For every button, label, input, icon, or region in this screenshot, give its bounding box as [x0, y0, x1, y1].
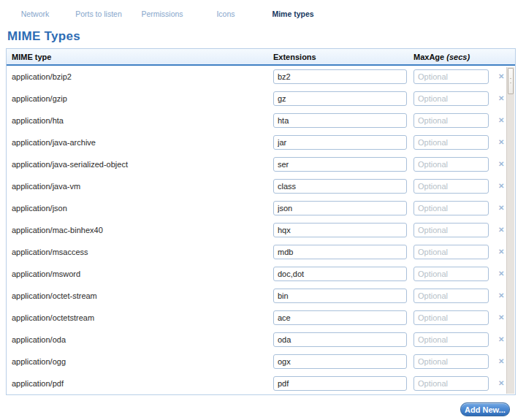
delete-row-button[interactable]: ✕ — [498, 117, 504, 124]
column-header-maxage: MaxAge (secs) — [413, 49, 470, 65]
table-row: application/java-vm ✕ — [7, 175, 515, 197]
extension-input[interactable] — [273, 91, 407, 106]
tab[interactable]: Icons — [197, 6, 255, 22]
maxage-input[interactable] — [413, 245, 489, 259]
maxage-input[interactable] — [413, 223, 489, 237]
mime-type-label: application/mac-binhex40 — [12, 226, 103, 234]
extension-input[interactable] — [273, 245, 407, 259]
maxage-input[interactable] — [413, 113, 489, 128]
extension-input[interactable] — [273, 310, 407, 325]
table-row: application/msaccess ✕ — [7, 241, 515, 263]
tab-label: Mime types — [272, 9, 313, 18]
table-row: application/msword ✕ — [7, 263, 515, 285]
table-row: application/gzip ✕ — [7, 88, 515, 110]
maxage-input[interactable] — [413, 157, 489, 172]
table-row: application/java-archive ✕ — [7, 131, 515, 153]
maxage-input[interactable] — [413, 354, 489, 369]
delete-row-button[interactable]: ✕ — [498, 292, 504, 299]
maxage-input[interactable] — [413, 376, 489, 391]
table-body: application/bzip2 ✕ application/gzip ✕ a… — [7, 66, 515, 393]
mime-type-label: application/octetstream — [12, 313, 94, 322]
vertical-scrollbar[interactable] — [506, 67, 514, 394]
maxage-input[interactable] — [413, 267, 489, 281]
maxage-input[interactable] — [413, 179, 489, 194]
maxage-input[interactable] — [413, 69, 489, 84]
table-row: application/octetstream ✕ — [7, 307, 515, 329]
mime-type-label: application/bzip2 — [12, 72, 72, 81]
table-row: application/bzip2 ✕ — [7, 66, 515, 88]
extension-input[interactable] — [273, 354, 407, 369]
mime-type-label: application/java-archive — [12, 138, 96, 147]
mime-type-label: application/java-serialized-object — [12, 160, 128, 169]
tab-label: Permissions — [141, 9, 183, 18]
maxage-input[interactable] — [413, 91, 489, 106]
mime-type-label: application/octet-stream — [12, 291, 97, 300]
tab-label: Network — [21, 9, 50, 18]
table-row: application/oda ✕ — [7, 329, 515, 351]
delete-row-button[interactable]: ✕ — [498, 336, 504, 343]
maxage-input[interactable] — [413, 135, 489, 150]
scrollbar-thumb[interactable] — [508, 68, 514, 94]
page-title: MIME Types — [7, 29, 80, 44]
extension-input[interactable] — [273, 289, 407, 303]
extension-input[interactable] — [273, 201, 407, 215]
mime-type-label: application/oda — [12, 335, 66, 344]
mime-type-label: application/msword — [12, 270, 80, 278]
mime-type-label: application/hta — [12, 116, 64, 125]
mime-type-label: application/gzip — [12, 94, 67, 103]
maxage-input[interactable] — [413, 310, 489, 325]
table-row: application/mac-binhex40 ✕ — [7, 219, 515, 241]
tab[interactable]: Mime types — [260, 6, 326, 22]
extension-input[interactable] — [273, 69, 407, 84]
extension-input[interactable] — [273, 135, 407, 150]
mime-type-label: application/pdf — [12, 379, 64, 388]
column-header-mime-type: MIME type — [12, 49, 51, 65]
extension-input[interactable] — [273, 376, 407, 391]
tab[interactable]: Network — [6, 6, 64, 22]
table-row: application/json ✕ — [7, 197, 515, 219]
delete-row-button[interactable]: ✕ — [498, 95, 504, 102]
delete-row-button[interactable]: ✕ — [498, 358, 504, 365]
delete-row-button[interactable]: ✕ — [498, 161, 504, 168]
delete-row-button[interactable]: ✕ — [498, 270, 504, 278]
extension-input[interactable] — [273, 332, 407, 347]
mime-type-label: application/ogg — [12, 357, 66, 366]
tab-label: Icons — [216, 9, 235, 18]
table-row: application/hta ✕ — [7, 110, 515, 131]
tab-bar: Network Ports to listen Permissions Icon… — [6, 6, 326, 22]
delete-row-button[interactable]: ✕ — [498, 139, 504, 146]
extension-input[interactable] — [273, 267, 407, 281]
maxage-input[interactable] — [413, 332, 489, 347]
add-new-button[interactable]: Add New... — [460, 402, 510, 416]
extension-input[interactable] — [273, 179, 407, 194]
mime-types-table: MIME type Extensions MaxAge (secs) appli… — [6, 48, 516, 395]
extension-input[interactable] — [273, 223, 407, 237]
delete-row-button[interactable]: ✕ — [498, 73, 504, 80]
table-header-row: MIME type Extensions MaxAge (secs) — [7, 49, 515, 66]
maxage-input[interactable] — [413, 201, 489, 215]
delete-row-button[interactable]: ✕ — [498, 226, 504, 234]
mime-type-label: application/msaccess — [12, 248, 88, 256]
delete-row-button[interactable]: ✕ — [498, 248, 504, 256]
maxage-input[interactable] — [413, 289, 489, 303]
table-row: application/octet-stream ✕ — [7, 285, 515, 307]
delete-row-button[interactable]: ✕ — [498, 183, 504, 190]
table-row: application/ogg ✕ — [7, 351, 515, 373]
mime-type-label: application/java-vm — [12, 182, 80, 191]
extension-input[interactable] — [273, 113, 407, 128]
mime-type-label: application/json — [12, 204, 67, 213]
delete-row-button[interactable]: ✕ — [498, 205, 504, 212]
delete-row-button[interactable]: ✕ — [498, 314, 504, 321]
extension-input[interactable] — [273, 157, 407, 172]
delete-row-button[interactable]: ✕ — [498, 380, 504, 387]
column-header-extensions: Extensions — [273, 49, 316, 65]
table-row: application/pdf ✕ — [7, 373, 515, 393]
tab[interactable]: Ports to listen — [69, 6, 128, 22]
tab-label: Ports to listen — [75, 9, 122, 18]
table-row: application/java-serialized-object ✕ — [7, 153, 515, 175]
tab[interactable]: Permissions — [133, 6, 191, 22]
